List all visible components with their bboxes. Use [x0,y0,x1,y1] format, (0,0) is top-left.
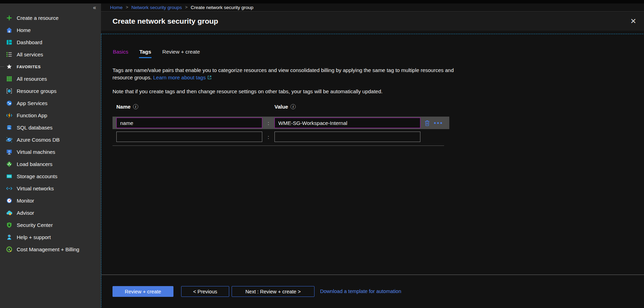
breadcrumb: Home > Network security groups > Create … [101,3,644,11]
tags-table-header: Name i Value i [112,104,644,110]
breadcrumb-home-link[interactable]: Home [110,5,123,10]
home-icon [6,26,13,34]
next-button[interactable]: Next : Review + create > [232,286,315,297]
sidebar-item-home[interactable]: Home [0,24,101,36]
sidebar-item-app-services[interactable]: App Services [0,97,101,109]
sidebar-item-security-center[interactable]: Security Center [0,219,101,231]
page-title: Create network security group [112,17,628,25]
table-divider [112,145,444,146]
tag-row-empty: : [112,131,449,143]
delete-tag-icon[interactable] [424,119,431,127]
info-icon[interactable]: i [133,104,138,109]
plus-icon [6,14,13,22]
main-area: Home > Network security groups > Create … [101,3,644,308]
sidebar-item-storage-accounts[interactable]: Storage accounts [0,170,101,182]
sidebar-item-resource-groups[interactable]: Resource groups [0,85,101,97]
sidebar-item-advisor[interactable]: Advisor [0,207,101,219]
sidebar-item-load-balancers[interactable]: Load balancers [0,158,101,170]
tag-separator: : [262,134,274,140]
cost-management-icon: $ [6,246,13,253]
previous-button[interactable]: < Previous [181,286,229,297]
tag-value-input[interactable] [274,118,420,128]
top-strip [0,0,644,3]
svg-text:$: $ [9,248,10,251]
virtual-networks-icon [6,185,13,192]
advisor-icon [6,209,13,216]
sidebar-item-azure-cosmos-db[interactable]: Azure Cosmos DB [0,134,101,146]
sidebar-item-sql-databases[interactable]: SQL SQL databases [0,121,101,134]
load-balancer-icon [6,160,13,168]
cosmos-db-icon [6,136,13,143]
learn-more-link[interactable]: Learn more about tags [153,74,206,80]
tab-review-create[interactable]: Review + create [162,49,200,58]
sidebar-item-dashboard[interactable]: Dashboard [0,36,101,48]
sidebar-nav: Create a resource Home Dashboard All ser… [0,12,101,255]
all-resources-icon [6,75,13,82]
tag-separator: : [262,120,274,126]
sidebar: « Create a resource Home Dashboard All s… [0,3,101,308]
breadcrumb-nsg-link[interactable]: Network security groups [131,5,182,10]
sidebar-section-favorites: FAVORITES [0,61,101,73]
chevron-right-icon: > [126,5,128,10]
dashboard-icon [6,39,13,46]
sidebar-item-function-app[interactable]: Function App [0,109,101,121]
virtual-machines-icon [6,148,13,156]
row-actions [424,119,443,127]
all-services-icon [6,51,13,58]
breadcrumb-current: Create network security group [191,5,253,10]
tags-table: Name i Value i : [112,104,644,146]
sidebar-item-monitor[interactable]: Monitor [0,195,101,207]
monitor-icon [6,197,13,204]
sidebar-item-cost-management-billing[interactable]: $ Cost Management + Billing [0,243,101,255]
collapse-sidebar-icon[interactable]: « [93,5,96,10]
sidebar-collapse-row: « [0,3,101,12]
sidebar-item-all-services[interactable]: All services [0,48,101,61]
app-services-icon [6,100,13,107]
tag-name-input[interactable] [116,132,262,142]
star-icon [6,63,13,70]
value-column-header: Value i [274,104,296,110]
resource-groups-icon [6,87,13,95]
tags-description: Tags are name/value pairs that enable yo… [112,66,457,81]
name-header-label: Name [116,104,131,110]
value-header-label: Value [274,104,288,110]
tag-row: : [112,117,449,129]
sidebar-item-all-resources[interactable]: All resources [0,73,101,85]
footer-bar: Review + create < Previous Next : Review… [101,275,644,308]
tag-name-input[interactable] [116,118,262,128]
name-column-header: Name i [116,104,274,110]
help-support-icon [6,234,13,241]
sidebar-item-virtual-networks[interactable]: Virtual networks [0,182,101,195]
content-panel: Basics Tags Review + create Tags are nam… [101,31,644,275]
storage-accounts-icon [6,173,13,180]
sidebar-item-virtual-machines[interactable]: Virtual machines [0,146,101,158]
app-window: « Create a resource Home Dashboard All s… [0,3,644,308]
more-options-icon[interactable] [433,121,443,125]
tags-note: Note that if you create tags and then ch… [112,88,644,94]
svg-text:SQL: SQL [8,127,11,129]
sidebar-item-create-a-resource[interactable]: Create a resource [0,12,101,24]
external-link-icon [207,75,212,81]
close-icon[interactable]: ✕ [628,17,638,25]
function-app-icon [6,112,13,119]
info-icon[interactable]: i [290,104,296,109]
sidebar-item-help-support[interactable]: Help + support [0,231,101,243]
download-template-link[interactable]: Download a template for automation [320,286,401,297]
title-bar: Create network security group ✕ [101,11,644,31]
tab-basics[interactable]: Basics [112,49,129,58]
sql-databases-icon: SQL [6,124,13,131]
review-create-button[interactable]: Review + create [112,286,173,297]
tab-bar: Basics Tags Review + create [112,49,644,58]
chevron-right-icon: > [185,5,187,10]
tab-tags[interactable]: Tags [139,49,152,58]
tag-value-input[interactable] [274,132,420,142]
security-center-icon [6,221,13,229]
